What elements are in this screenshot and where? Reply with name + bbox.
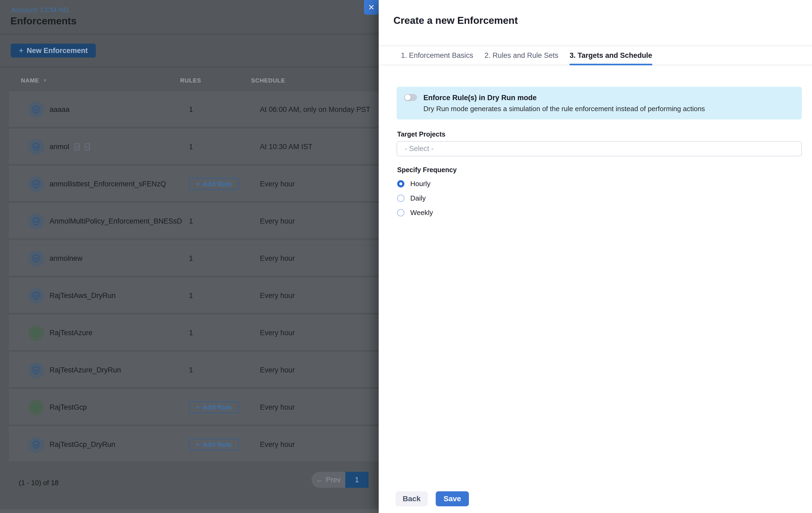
wizard-tabs: 1. Enforcement Basics2. Rules and Rule S… — [379, 46, 812, 65]
table-row[interactable]: RajTestAzure 1 Every hour — [9, 315, 379, 350]
rules-count: 1 — [189, 217, 193, 225]
target-projects-label: Target Projects — [397, 131, 445, 138]
table-row[interactable]: RajTestAzure_DryRun 1 Every hour — [9, 352, 379, 388]
enforcement-name: RajTestAzure_DryRun — [50, 366, 121, 374]
table-row[interactable]: AnmolMultiPolicy_Enforcement_BNESsD 1 Ev… — [9, 203, 379, 239]
page-bottom-edge — [0, 509, 379, 513]
table-row[interactable]: RajTestGcp Every hour +Add Rule — [9, 390, 379, 425]
rules-count: 1 — [189, 291, 193, 300]
shield-check-icon — [28, 325, 44, 341]
target-projects-select[interactable]: - Select - — [397, 141, 802, 156]
column-header-rules: RULES — [180, 77, 201, 84]
missing-glyph-box — [85, 143, 90, 150]
schedule-text: Every hour — [260, 403, 295, 411]
radio-unselected-icon — [397, 195, 404, 202]
column-header-name[interactable]: NAME▼ — [21, 77, 47, 84]
tab-2[interactable]: 2. Rules and Rule Sets — [485, 46, 558, 65]
enforcement-name: RajTestGcp_DryRun — [50, 440, 115, 449]
table-row[interactable]: anmol 1 At 10:30 AM IST — [9, 129, 379, 164]
back-button[interactable]: Back — [396, 491, 428, 506]
radio-label: Weekly — [410, 208, 433, 217]
enforcement-name: RajTestGcp — [50, 403, 87, 411]
plus-icon: + — [196, 403, 200, 411]
shield-check-icon — [28, 176, 44, 192]
close-icon: ✕ — [368, 3, 375, 12]
table-row[interactable]: RajTestGcp_DryRun Every hour +Add Rule — [9, 427, 379, 462]
arrow-left-icon: ← — [316, 476, 323, 484]
pagination-control: ← Prev 1 — [312, 472, 369, 488]
frequency-radio-hourly[interactable]: Hourly — [397, 180, 433, 188]
rules-count: 1 — [189, 366, 193, 374]
plus-icon: + — [196, 441, 200, 449]
frequency-radio-weekly[interactable]: Weekly — [397, 209, 433, 216]
page-title: Enforcements — [10, 16, 77, 27]
save-button[interactable]: Save — [436, 491, 469, 506]
schedule-text: At 06:00 AM, only on Monday PST — [260, 106, 370, 114]
enforcement-name: anmol — [50, 143, 90, 151]
enforcement-name: anmolnew — [50, 254, 82, 263]
schedule-text: Every hour — [260, 180, 295, 188]
shield-check-icon — [28, 102, 44, 118]
radio-label: Hourly — [410, 180, 430, 188]
select-placeholder: - Select - — [405, 145, 434, 153]
table-row[interactable]: anmollisttest_Enforcement_sFENzQ Every h… — [9, 166, 379, 202]
schedule-text: Every hour — [260, 254, 295, 263]
add-rule-button[interactable]: +Add Rule — [189, 438, 239, 450]
column-header-schedule: SCHEDULE — [251, 77, 285, 84]
close-drawer-button[interactable]: ✕ — [364, 0, 379, 15]
tab-3[interactable]: 3. Targets and Schedule — [570, 46, 652, 65]
enforcement-name: RajTestAzure — [50, 329, 93, 337]
breadcrumb-account-link[interactable]: Account: CCM-NG — [11, 6, 69, 14]
shield-check-icon — [28, 251, 44, 267]
pagination-summary: (1 - 10) of 18 — [19, 479, 59, 487]
pagination-page-1-button[interactable]: 1 — [345, 472, 369, 488]
table-row[interactable]: anmolnew 1 Every hour — [9, 241, 379, 276]
dry-run-title: Enforce Rule(s) in Dry Run mode — [424, 94, 536, 102]
plus-icon: + — [19, 46, 24, 55]
shield-check-icon — [28, 139, 44, 155]
schedule-text: Every hour — [260, 366, 295, 374]
new-enforcement-label: New Enforcement — [27, 47, 88, 55]
sort-desc-icon: ▼ — [43, 78, 47, 83]
toggle-knob — [405, 94, 410, 101]
schedule-text: At 10:30 AM IST — [260, 143, 313, 151]
radio-label: Daily — [410, 194, 426, 202]
shield-check-icon — [28, 437, 44, 453]
tab-1[interactable]: 1. Enforcement Basics — [401, 46, 473, 65]
rules-count: 1 — [189, 106, 193, 114]
shield-check-icon — [28, 288, 44, 304]
specify-frequency-label: Specify Frequency — [397, 166, 457, 174]
schedule-text: Every hour — [260, 291, 295, 300]
enforcement-name: aaaaa — [50, 106, 69, 114]
pagination-prev-button[interactable]: ← Prev — [312, 472, 345, 488]
dry-run-info-box: Enforce Rule(s) in Dry Run mode Dry Run … — [397, 87, 802, 119]
drawer-title: Create a new Enforcement — [394, 15, 518, 26]
header-divider — [0, 34, 379, 34]
dry-run-description: Dry Run mode generates a simulation of t… — [424, 105, 705, 113]
schedule-text: Every hour — [260, 217, 295, 225]
table-row[interactable]: aaaaa 1 At 06:00 AM, only on Monday PST — [9, 92, 379, 127]
new-enforcement-button[interactable]: + New Enforcement — [11, 44, 96, 58]
missing-glyph-box — [75, 143, 80, 150]
frequency-radio-group: HourlyDailyWeekly — [397, 180, 433, 224]
plus-icon: + — [196, 180, 200, 188]
frequency-radio-daily[interactable]: Daily — [397, 195, 433, 202]
screen: Account: CCM-NG Enforcements + New Enfor… — [0, 0, 812, 513]
schedule-text: Every hour — [260, 440, 295, 449]
schedule-text: Every hour — [260, 329, 295, 337]
create-enforcement-drawer: Create a new Enforcement — [379, 0, 812, 513]
shield-check-icon — [28, 362, 44, 378]
add-rule-button[interactable]: +Add Rule — [189, 401, 239, 413]
enforcement-name: RajTestAws_DryRun — [50, 291, 116, 300]
add-rule-button[interactable]: +Add Rule — [189, 178, 239, 190]
table-row[interactable]: RajTestAws_DryRun 1 Every hour — [9, 278, 379, 313]
shield-check-icon — [28, 213, 44, 229]
radio-unselected-icon — [397, 209, 404, 216]
toolbar-divider — [0, 67, 379, 67]
radio-selected-icon — [397, 180, 404, 188]
table-header: NAME▼ RULES SCHEDULE — [0, 77, 379, 88]
dry-run-toggle[interactable] — [404, 94, 417, 101]
rules-count: 1 — [189, 143, 193, 151]
enforcement-name: anmollisttest_Enforcement_sFENzQ — [50, 180, 166, 188]
rules-count: 1 — [189, 329, 193, 337]
